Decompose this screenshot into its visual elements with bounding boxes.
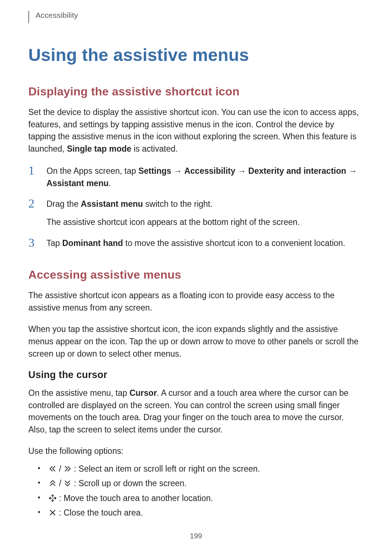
step-3: 3 Tap Dominant hand to move the assistiv… [28, 237, 364, 250]
close-x-icon [49, 508, 57, 516]
page-number: 199 [0, 532, 392, 540]
bold-run: Dominant hand [62, 238, 123, 248]
separator: / [57, 464, 64, 473]
text-run: On the Apps screen, tap [46, 166, 138, 176]
step-subtext: The assistive shortcut icon appears at t… [46, 216, 364, 229]
bold-run: Assistant menu [46, 178, 109, 188]
list-item: : Close the touch area. [38, 506, 364, 519]
list-item: : Move the touch area to another locatio… [38, 492, 364, 505]
section-heading-display-icon: Displaying the assistive shortcut icon [28, 85, 364, 98]
step-number: 2 [28, 197, 46, 210]
arrow-icon: → [171, 166, 184, 176]
text-run: : Move the touch area to another locatio… [57, 493, 213, 503]
double-chevron-right-icon [64, 464, 72, 472]
section2-p1: The assistive shortcut icon appears as a… [28, 290, 364, 314]
double-chevron-up-icon [49, 478, 57, 486]
options-list: / : Select an item or scroll left or rig… [28, 463, 364, 519]
section2-p2: When you tap the assistive shortcut icon… [28, 323, 364, 360]
step-text: Tap Dominant hand to move the assistive … [46, 237, 364, 250]
text-run: : Scroll up or down the screen. [72, 479, 187, 488]
step-number: 1 [28, 164, 46, 177]
bold-run: Accessibility [184, 166, 236, 176]
double-chevron-left-icon [49, 464, 57, 472]
breadcrumb: Accessibility [36, 11, 78, 20]
step-text: Drag the Assistant menu switch to the ri… [46, 198, 364, 210]
double-chevron-down-icon [64, 478, 72, 486]
text-run: Tap [46, 238, 62, 248]
arrow-icon: → [346, 166, 357, 176]
bold-run: Cursor [130, 388, 157, 398]
step-text: On the Apps screen, tap Settings → Acces… [46, 165, 364, 189]
bold-run: Dexterity and interaction [248, 166, 346, 176]
step-body: Tap Dominant hand to move the assistive … [46, 237, 364, 250]
section-heading-accessing-menus: Accessing assistive menus [28, 268, 364, 282]
step-body: Drag the Assistant menu switch to the ri… [46, 197, 364, 228]
list-item: / : Scroll up or down the screen. [38, 477, 364, 490]
page-title: Using the assistive menus [28, 45, 364, 65]
step-2: 2 Drag the Assistant menu switch to the … [28, 197, 364, 228]
text-run: : Close the touch area. [57, 508, 143, 517]
bold-run: Single tap mode [67, 144, 131, 153]
arrow-icon: → [235, 166, 248, 176]
bold-run: Assistant menu [81, 199, 143, 209]
section1-intro: Set the device to display the assistive … [28, 106, 364, 155]
page-container: Accessibility Using the assistive menus … [0, 0, 392, 519]
bold-run: Settings [138, 166, 171, 176]
cursor-p1: On the assistive menu, tap Cursor. A cur… [28, 387, 364, 436]
step-body: On the Apps screen, tap Settings → Acces… [46, 164, 364, 189]
text-run: is activated. [131, 144, 178, 153]
header-rule: Accessibility [28, 11, 364, 23]
subheading-using-cursor: Using the cursor [28, 369, 364, 381]
separator: / [57, 479, 64, 488]
cursor-p2: Use the following options: [28, 445, 364, 457]
text-run: to move the assistive shortcut icon to a… [123, 238, 345, 248]
step-1: 1 On the Apps screen, tap Settings → Acc… [28, 164, 364, 189]
text-run: : Select an item or scroll left or right… [72, 464, 260, 473]
step-number: 3 [28, 237, 46, 249]
text-run: . [109, 178, 111, 188]
text-run: switch to the right. [143, 199, 213, 209]
text-run: On the assistive menu, tap [28, 388, 130, 398]
text-run: Drag the [46, 199, 81, 209]
list-item: / : Select an item or scroll left or rig… [38, 463, 364, 475]
move-arrows-icon [49, 493, 57, 501]
